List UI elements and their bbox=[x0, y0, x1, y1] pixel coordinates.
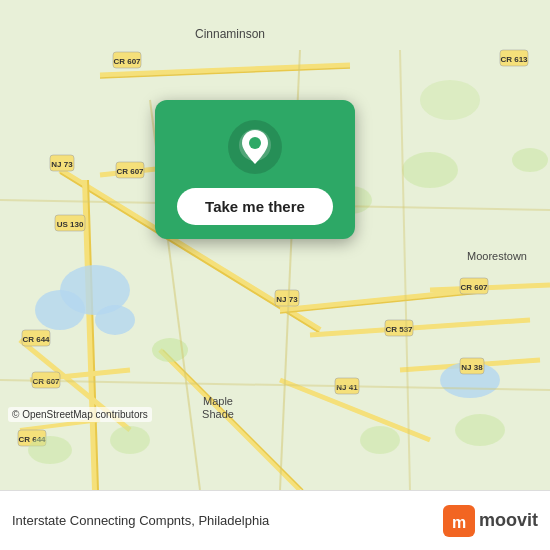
moovit-logo-icon: m bbox=[443, 505, 475, 537]
svg-text:CR 644: CR 644 bbox=[22, 335, 50, 344]
svg-text:Moorestown: Moorestown bbox=[467, 250, 527, 262]
svg-text:Cinnaminson: Cinnaminson bbox=[195, 27, 265, 41]
moovit-logo: m moovit bbox=[443, 505, 538, 537]
svg-point-58 bbox=[360, 426, 400, 454]
location-name-text: Interstate Connecting Compnts, Philadelp… bbox=[12, 513, 433, 528]
moovit-brand-text: moovit bbox=[479, 510, 538, 531]
svg-text:m: m bbox=[452, 514, 466, 531]
svg-point-21 bbox=[95, 305, 135, 335]
svg-text:NJ 38: NJ 38 bbox=[461, 363, 483, 372]
svg-text:NJ 73: NJ 73 bbox=[276, 295, 298, 304]
take-me-there-button[interactable]: Take me there bbox=[177, 188, 333, 225]
svg-text:CR 613: CR 613 bbox=[500, 55, 528, 64]
location-card: Take me there bbox=[155, 100, 355, 239]
svg-point-59 bbox=[512, 148, 548, 172]
svg-text:CR 607: CR 607 bbox=[113, 57, 141, 66]
map-container: CR 607 CR 613 NJ 73 CR 607 US 130 NJ 73 … bbox=[0, 0, 550, 490]
svg-text:Shade: Shade bbox=[202, 408, 234, 420]
svg-point-20 bbox=[35, 290, 85, 330]
svg-text:CR 607: CR 607 bbox=[116, 167, 144, 176]
svg-point-62 bbox=[28, 436, 72, 464]
svg-text:NJ 73: NJ 73 bbox=[51, 160, 73, 169]
svg-text:NJ 41: NJ 41 bbox=[336, 383, 358, 392]
svg-text:CR 607: CR 607 bbox=[460, 283, 488, 292]
svg-point-55 bbox=[402, 152, 458, 188]
svg-text:US 130: US 130 bbox=[57, 220, 84, 229]
svg-point-70 bbox=[249, 137, 261, 149]
svg-point-61 bbox=[420, 80, 480, 120]
svg-point-57 bbox=[455, 414, 505, 446]
svg-point-56 bbox=[110, 426, 150, 454]
svg-text:CR 537: CR 537 bbox=[385, 325, 413, 334]
location-pin-icon bbox=[228, 120, 282, 174]
osm-attribution: © OpenStreetMap contributors bbox=[8, 407, 152, 422]
bottom-bar: Interstate Connecting Compnts, Philadelp… bbox=[0, 490, 550, 550]
svg-text:Maple: Maple bbox=[203, 395, 233, 407]
